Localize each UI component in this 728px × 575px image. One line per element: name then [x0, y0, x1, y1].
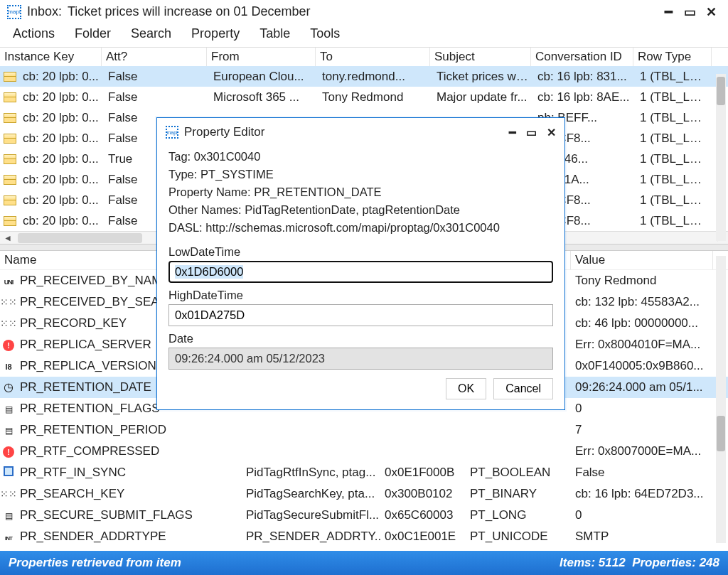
- cell-to: Tony Redmond: [318, 89, 432, 106]
- cell-prop-name: PR_SEARCH_KEY: [16, 485, 242, 503]
- type-label: Type:: [168, 168, 197, 181]
- cell-subject: Ticket prices will...: [432, 68, 533, 85]
- upper-vscroll-thumb[interactable]: [717, 77, 725, 105]
- cell-value: 0: [571, 400, 713, 417]
- dasl-value: http://schemas.microsoft.com/mapi/propta…: [205, 221, 500, 234]
- cell-tag: [380, 429, 466, 431]
- binary-icon: ⁙⁙: [1, 488, 16, 500]
- flags-icon: ▤: [1, 426, 16, 436]
- col-att[interactable]: Att?: [102, 48, 207, 66]
- mail-icon: [4, 216, 16, 226]
- mail-icon: [4, 113, 16, 123]
- mail-icon: [4, 92, 16, 102]
- cell-att: False: [104, 89, 209, 106]
- flags-icon: ▤: [1, 511, 16, 521]
- cell-value: Err: 0x8007000E=MA...: [571, 443, 713, 460]
- lower-vscroll-thumb[interactable]: [717, 416, 725, 451]
- property-row[interactable]: ▤PR_SECURE_SUBMIT_FLAGSPidTagSecureSubmi…: [0, 505, 728, 526]
- cell-other-names: [242, 450, 380, 453]
- cell-value: Tony Redmond: [571, 272, 713, 289]
- property-row[interactable]: ⁙⁙PR_SEARCH_KEYPidTagSearchKey, pta...0x…: [0, 483, 728, 505]
- menubar: Actions Folder Search Property Table Too…: [0, 22, 728, 47]
- highdatetime-input[interactable]: [168, 304, 553, 326]
- cell-tag: 0x0E1F000B: [380, 464, 466, 481]
- cell-instance-key: cb: 20 lpb: 0...: [18, 151, 104, 168]
- binary-icon: ⁙⁙: [1, 296, 16, 308]
- lowdatetime-label: LowDateTime: [168, 245, 553, 259]
- menu-folder[interactable]: Folder: [75, 26, 111, 41]
- menu-property[interactable]: Property: [191, 26, 240, 41]
- close-button[interactable]: ✕: [705, 6, 717, 18]
- mail-icon: [4, 175, 16, 185]
- cell-instance-key: cb: 20 lpb: 0...: [18, 109, 104, 127]
- col-instance-key[interactable]: Instance Key: [0, 48, 102, 66]
- propname-value: PR_RETENTION_DATE: [254, 186, 381, 198]
- status-bar: Properties retrieved from item Items: 51…: [0, 551, 728, 575]
- cell-tag: [380, 450, 466, 453]
- hscroll-left-arrow[interactable]: ◄: [1, 232, 14, 244]
- cell-tag: 0x65C60003: [380, 507, 466, 524]
- dialog-title: Property Editor: [184, 125, 264, 139]
- cell-subject: Major update fr...: [432, 89, 533, 106]
- cell-value: SMTP: [571, 528, 713, 545]
- upper-grid-header: Instance Key Att? From To Subject Conver…: [0, 47, 728, 66]
- mail-icon: [4, 134, 16, 144]
- cell-row-type: 1 (TBL_LEAF: [636, 192, 714, 209]
- col-from[interactable]: From: [207, 48, 316, 66]
- cell-tag: 0x300B0102: [380, 485, 466, 503]
- col-to[interactable]: To: [316, 48, 430, 66]
- message-row[interactable]: cb: 20 lpb: 0...FalseMicrosoft 365 ...To…: [0, 87, 728, 107]
- dialog-maximize-button[interactable]: ▭: [526, 126, 537, 139]
- dasl-label: DASL:: [168, 221, 203, 234]
- cell-value: False: [571, 464, 713, 481]
- cell-instance-key: cb: 20 lpb: 0...: [18, 213, 104, 230]
- cell-prop-name: PR_RTF_COMPRESSED: [16, 443, 242, 460]
- dialog-app-icon: mapi: [166, 126, 178, 139]
- cancel-button[interactable]: Cancel: [493, 378, 553, 399]
- ok-button[interactable]: OK: [446, 378, 486, 399]
- menu-search[interactable]: Search: [131, 26, 171, 41]
- cell-prop-name: PR_RETENTION_PERIOD: [16, 421, 242, 439]
- cell-instance-key: cb: 20 lpb: 0...: [18, 68, 104, 85]
- dialog-minimize-button[interactable]: ━: [509, 126, 516, 139]
- message-row[interactable]: cb: 20 lpb: 0...FalseEuropean Clou...ton…: [0, 66, 728, 87]
- menu-tools[interactable]: Tools: [310, 26, 340, 41]
- maximize-button[interactable]: ▭: [684, 6, 695, 18]
- cell-row-type: 1 (TBL_LEAF: [636, 213, 714, 230]
- int-icon: [1, 535, 16, 542]
- dialog-close-button[interactable]: ✕: [547, 126, 556, 139]
- app-icon: mapi: [7, 5, 21, 19]
- cell-other-names: PidTagSecureSubmitFl...: [242, 507, 380, 524]
- type-value: PT_SYSTIME: [200, 168, 274, 181]
- lower-vscroll[interactable]: [716, 256, 726, 543]
- binary-icon: ⁙⁙: [1, 318, 16, 329]
- window-title: Ticket prices will increase on 01 Decemb…: [68, 4, 310, 19]
- cell-row-type: 1 (TBL_LEAF: [636, 171, 714, 188]
- property-editor-dialog: mapi Property Editor ━ ▭ ✕ Tag: 0x301C00…: [156, 117, 565, 410]
- menu-table[interactable]: Table: [259, 26, 290, 41]
- lowdatetime-input[interactable]: [168, 261, 553, 283]
- status-items-label: Items:: [560, 556, 595, 570]
- menu-actions[interactable]: Actions: [13, 26, 55, 41]
- minimize-button[interactable]: ━: [663, 6, 674, 18]
- cell-conversation-id: cb: 16 lpb: 8AE...: [533, 89, 636, 106]
- hscroll-thumb[interactable]: [18, 233, 142, 243]
- cell-other-names: PidTagRtfInSync, ptag...: [242, 464, 380, 481]
- status-props-label: Properties:: [632, 556, 696, 570]
- property-row[interactable]: !PR_RTF_COMPRESSEDErr: 0x8007000E=MA...: [0, 441, 728, 462]
- property-row[interactable]: PR_RTF_IN_SYNCPidTagRtfInSync, ptag...0x…: [0, 462, 728, 483]
- cell-instance-key: cb: 20 lpb: 0...: [18, 192, 104, 209]
- upper-vscroll[interactable]: [716, 74, 726, 241]
- tag-label: Tag:: [168, 150, 191, 163]
- property-row[interactable]: PR_SENDER_ADDRTYPEPR_SENDER_ADDRTY...0x0…: [0, 526, 728, 547]
- cell-type: [466, 450, 571, 453]
- cell-conversation-id: cb: 16 lpb: 831...: [533, 68, 636, 85]
- property-row[interactable]: ▤PR_RETENTION_PERIOD7: [0, 419, 728, 441]
- highdatetime-label: HighDateTime: [168, 289, 553, 302]
- col-row-type[interactable]: Row Type: [633, 48, 712, 66]
- cell-from: Microsoft 365 ...: [209, 89, 318, 106]
- col-subject[interactable]: Subject: [430, 48, 531, 66]
- propname-label: Property Name:: [168, 186, 251, 198]
- col-value[interactable]: Value: [571, 251, 713, 269]
- col-conversation-id[interactable]: Conversation ID: [531, 48, 633, 66]
